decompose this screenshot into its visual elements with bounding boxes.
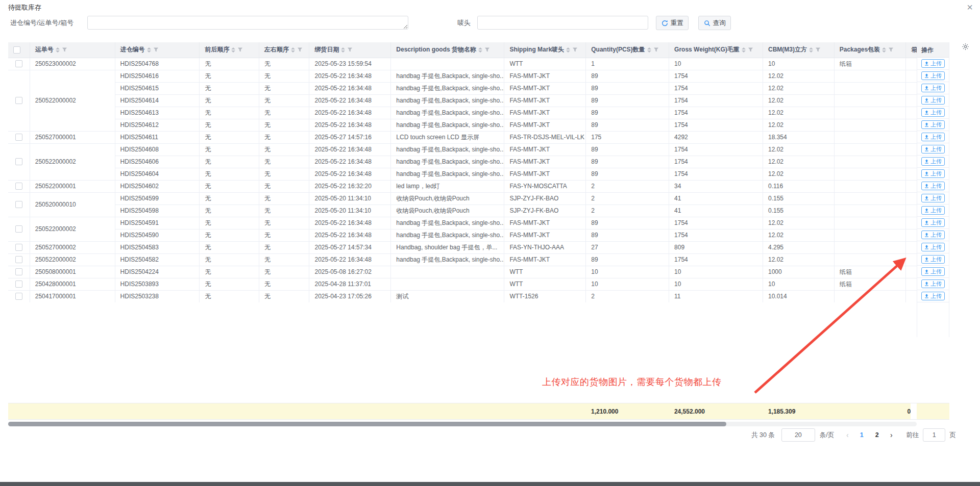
gw-cell: 1754 xyxy=(669,94,763,107)
pkg-cell xyxy=(834,253,906,266)
upload-button[interactable]: 上传 xyxy=(921,218,945,227)
page-size-input[interactable] xyxy=(781,428,815,442)
upload-button[interactable]: 上传 xyxy=(921,96,945,105)
row-checkbox[interactable] xyxy=(15,293,22,300)
qty-cell: 2 xyxy=(586,180,669,192)
filter-icon[interactable] xyxy=(297,47,303,53)
upload-button[interactable]: 上传 xyxy=(921,120,945,129)
upload-button[interactable]: 上传 xyxy=(921,231,945,239)
column-label: Packages包装 xyxy=(840,45,880,54)
page-button-1[interactable]: 1 xyxy=(854,431,869,439)
row-checkbox[interactable] xyxy=(15,256,22,263)
cbm-cell: 10 xyxy=(763,58,835,70)
page-button-2[interactable]: 2 xyxy=(869,431,885,439)
sort-icon[interactable] xyxy=(882,47,886,53)
filter-icon[interactable] xyxy=(815,47,821,53)
entry-cell: HDIS2504583 xyxy=(115,241,200,253)
filter-icon[interactable] xyxy=(62,47,67,53)
upload-button[interactable]: 上传 xyxy=(921,279,945,288)
table-row: 250508000001HDIS2504224无无2025-05-08 16:2… xyxy=(8,266,917,278)
sort-icon[interactable] xyxy=(341,47,345,53)
horizontal-scrollbar-thumb[interactable] xyxy=(8,422,726,426)
qty-cell: 89 xyxy=(586,168,669,180)
next-page-button[interactable]: › xyxy=(885,431,898,439)
column-settings-gear-icon[interactable] xyxy=(962,43,969,50)
row-checkbox-cell xyxy=(8,70,30,131)
desc-cell: handbag 手提包,Backpack, single-sho... xyxy=(391,107,504,119)
row-checkbox[interactable] xyxy=(15,244,22,251)
sort-icon[interactable] xyxy=(231,47,235,53)
sort-icon[interactable] xyxy=(478,47,482,53)
mark-cell: FAS-MMT-JKT xyxy=(504,168,586,180)
desc-cell: handbag 手提包,Backpack, single-sho... xyxy=(391,94,504,107)
side-cell: 无 xyxy=(259,204,309,217)
goto-page-input[interactable] xyxy=(923,428,945,442)
row-checkbox[interactable] xyxy=(15,183,22,190)
upload-button[interactable]: 上传 xyxy=(921,157,945,166)
upload-button[interactable]: 上传 xyxy=(921,84,945,92)
upload-button[interactable]: 上传 xyxy=(921,182,945,190)
upload-button[interactable]: 上传 xyxy=(921,194,945,202)
mark-cell: FAS-MMT-JKT xyxy=(504,229,586,241)
upload-button[interactable]: 上传 xyxy=(921,243,945,251)
side-cell: 无 xyxy=(259,278,309,290)
row-checkbox[interactable] xyxy=(15,280,22,288)
sort-icon[interactable] xyxy=(291,47,295,53)
filter-icon[interactable] xyxy=(653,47,659,53)
pkg-cell xyxy=(834,119,906,131)
filter-icon[interactable] xyxy=(237,47,243,53)
column-header-mark: Shipping Mark唛头 xyxy=(504,42,586,58)
upload-icon xyxy=(924,86,929,90)
reset-button[interactable]: 重置 xyxy=(656,16,689,30)
upload-button[interactable]: 上传 xyxy=(921,108,945,117)
sort-icon[interactable] xyxy=(742,47,746,53)
query-button[interactable]: 查询 xyxy=(698,16,731,30)
close-icon[interactable]: × xyxy=(964,1,976,13)
row-checkbox[interactable] xyxy=(15,158,22,165)
row-checkbox[interactable] xyxy=(15,225,22,233)
summary-row: 1,210.00024,552.0001,185.3090.00 xyxy=(8,403,917,420)
upload-button[interactable]: 上传 xyxy=(921,59,945,68)
column-label: CBM(M3)立方 xyxy=(768,45,807,54)
row-checkbox[interactable] xyxy=(15,97,22,104)
row-checkbox[interactable] xyxy=(15,60,22,67)
shipping-mark-filter-input[interactable] xyxy=(477,16,648,30)
filter-icon[interactable] xyxy=(484,47,490,53)
row-checkbox[interactable] xyxy=(15,268,22,275)
upload-button[interactable]: 上传 xyxy=(921,206,945,215)
upload-button[interactable]: 上传 xyxy=(921,255,945,264)
entry-cell: HDIS2504602 xyxy=(115,180,200,192)
row-checkbox[interactable] xyxy=(15,134,22,141)
pkg-cell xyxy=(834,82,906,94)
front-cell: 无 xyxy=(200,70,259,82)
desc-cell: LCD touch screen LCD 显示屏 xyxy=(391,131,504,143)
filter-icon[interactable] xyxy=(153,47,159,53)
sort-icon[interactable] xyxy=(147,47,151,53)
keyword-filter-input[interactable] xyxy=(87,16,408,30)
sort-icon[interactable] xyxy=(809,47,813,53)
upload-button[interactable]: 上传 xyxy=(921,292,945,300)
filter-icon[interactable] xyxy=(748,47,753,53)
upload-button[interactable]: 上传 xyxy=(921,71,945,80)
side-cell: 无 xyxy=(259,266,309,278)
upload-button[interactable]: 上传 xyxy=(921,145,945,154)
side-cell: 无 xyxy=(259,156,309,168)
date-cell: 2025-05-27 14:57:34 xyxy=(309,241,391,253)
filter-icon[interactable] xyxy=(347,47,353,53)
upload-button[interactable]: 上传 xyxy=(921,169,945,178)
prev-page-button[interactable]: ‹ xyxy=(841,431,854,439)
mark-cell: FAS-MMT-JKT xyxy=(504,119,586,131)
sort-icon[interactable] xyxy=(647,47,651,53)
upload-button[interactable]: 上传 xyxy=(921,133,945,141)
select-all-checkbox[interactable] xyxy=(13,46,20,54)
upload-button-label: 上传 xyxy=(930,96,942,104)
filter-icon[interactable] xyxy=(572,47,578,53)
qty-cell: 1 xyxy=(586,58,669,70)
filter-icon[interactable] xyxy=(888,47,894,53)
date-cell: 2025-05-22 16:34:48 xyxy=(309,156,391,168)
sort-icon[interactable] xyxy=(566,47,570,53)
upload-button[interactable]: 上传 xyxy=(921,267,945,276)
upload-button-label: 上传 xyxy=(930,255,942,263)
sort-icon[interactable] xyxy=(56,47,60,53)
row-checkbox[interactable] xyxy=(15,201,22,208)
